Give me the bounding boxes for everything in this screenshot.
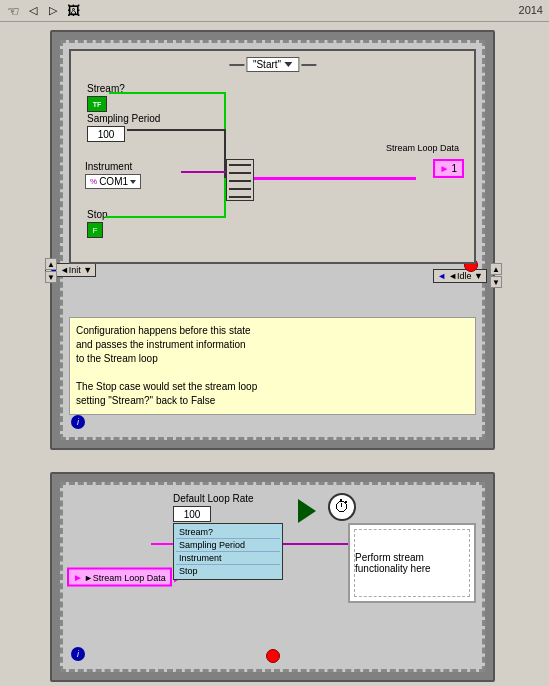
sampling-input[interactable]: 100: [87, 126, 125, 142]
idle-arrow: ◄: [437, 271, 446, 281]
stop-label: Stop: [87, 209, 108, 220]
stream-loop-data-label[interactable]: ► ►Stream Loop Data: [67, 568, 172, 587]
stream-bool[interactable]: TF: [87, 96, 107, 112]
loop-rate-input[interactable]: 100: [173, 506, 211, 522]
left-scroll-up[interactable]: ▲: [45, 258, 57, 270]
sampling-wire: [127, 129, 226, 131]
scroll-down[interactable]: ▼: [490, 276, 502, 288]
state-machine-block: "Start" Stream? TF Sampling Period: [69, 49, 476, 264]
dropdown-arrow-icon: [284, 62, 292, 67]
hand-icon: ☜: [7, 3, 20, 19]
forward-icon: ▷: [49, 4, 57, 17]
com-icon: %: [90, 177, 97, 186]
stop-indicator: [266, 649, 280, 663]
case-structure: Perform stream functionality here: [348, 523, 476, 603]
com-dropdown[interactable]: % COM1: [85, 174, 141, 189]
loop-rate-area: Default Loop Rate 100: [173, 493, 254, 522]
stream-data-arrow: ►: [73, 572, 83, 583]
instrument-control: Instrument % COM1: [85, 161, 141, 189]
lower-pink-wire: [151, 543, 173, 545]
year-label: 2014: [519, 4, 543, 16]
cluster-sampling: Sampling Period: [176, 539, 280, 552]
hand-tool[interactable]: ☜: [4, 2, 22, 20]
stop-wire-v: [224, 178, 226, 216]
stream-control: Stream? TF: [87, 83, 125, 112]
back-icon: ◁: [29, 4, 37, 17]
stream-data-left: ► ►Stream Loop Data: [67, 568, 182, 587]
com-arrow-icon: [130, 180, 136, 184]
case-inner: Perform stream functionality here: [354, 529, 470, 597]
cluster-stream: Stream?: [176, 526, 280, 539]
stop-wire: [105, 216, 226, 218]
snapshot-img: 🖼: [67, 3, 80, 18]
lower-panel: ► ►Stream Loop Data Default Loop Rate 10…: [50, 472, 495, 682]
upper-panel: ◄ ◄Init ▼ ◄ ◄Idle ▼ ▲ ▼: [50, 30, 495, 450]
stop-bool[interactable]: F: [87, 222, 103, 238]
pink-wire-h: [254, 177, 416, 180]
stream-loop-label: Stream Loop Data: [386, 143, 459, 153]
cluster-stop: Stop: [176, 565, 280, 577]
description-box: Configuration happens before this statea…: [69, 317, 476, 415]
toolbar: ☜ ◁ ▷ 🖼 2014: [0, 0, 549, 22]
bundle-block: [226, 159, 254, 201]
perform-text: Perform stream functionality here: [355, 552, 469, 574]
com-wire: [181, 171, 226, 173]
scroll-up[interactable]: ▲: [490, 263, 502, 275]
upper-inner: ◄ ◄Init ▼ ◄ ◄Idle ▼ ▲ ▼: [60, 40, 485, 440]
forward-arrow[interactable]: ▷: [44, 2, 62, 20]
start-dropdown[interactable]: "Start": [246, 57, 299, 72]
back-arrow[interactable]: ◁: [24, 2, 42, 20]
sampling-control: Sampling Period 100: [87, 113, 160, 142]
input-cluster: Stream? Sampling Period Instrument Stop: [173, 523, 283, 580]
start-dropdown-area: "Start": [229, 57, 316, 72]
timer-icon: ⏱: [328, 493, 356, 521]
lower-red-circle: [266, 649, 280, 663]
left-scroll-down[interactable]: ▼: [45, 271, 57, 283]
instrument-label: Instrument: [85, 161, 141, 172]
idle-label[interactable]: ◄ ◄Idle ▼: [433, 269, 487, 283]
loop-rate-label: Default Loop Rate: [173, 493, 254, 504]
info-icon: i: [71, 415, 85, 429]
cluster-wire: [283, 543, 353, 545]
sampling-label: Sampling Period: [87, 113, 160, 124]
stream-loop-block[interactable]: ► 1: [433, 159, 464, 178]
stream-wire: [109, 92, 226, 94]
cluster-instrument: Instrument: [176, 552, 280, 565]
desc-text: Configuration happens before this statea…: [76, 325, 257, 406]
stream-loop-arrow: ►: [440, 163, 450, 174]
main-area: ◄ ◄Init ▼ ◄ ◄Idle ▼ ▲ ▼: [0, 22, 549, 686]
play-arrow-icon: [298, 499, 316, 523]
stop-control: Stop F: [87, 209, 108, 238]
lower-inner: ► ►Stream Loop Data Default Loop Rate 10…: [60, 482, 485, 672]
lower-info-icon: i: [71, 647, 85, 661]
snapshot-icon[interactable]: 🖼: [64, 2, 82, 20]
